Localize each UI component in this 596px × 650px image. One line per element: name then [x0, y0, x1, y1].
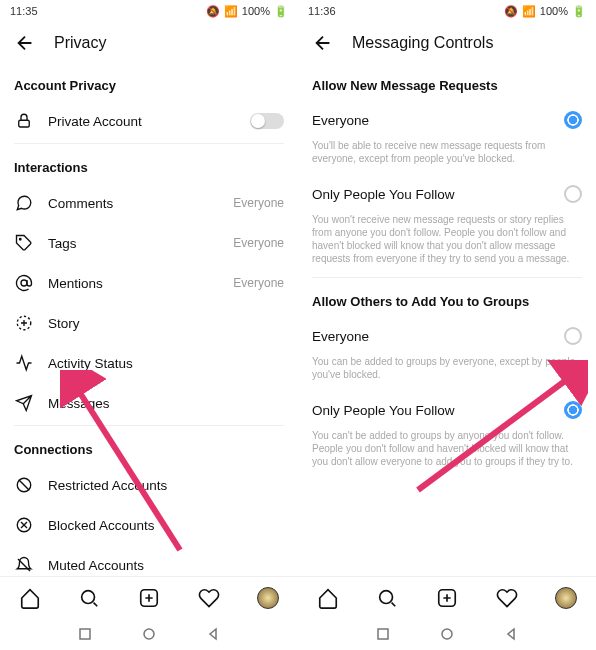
status-time: 11:36 [308, 5, 336, 17]
blocked-icon [14, 515, 34, 535]
mentions-value: Everyone [233, 276, 284, 290]
home-button-icon[interactable] [440, 627, 454, 641]
private-account-row[interactable]: Private Account [14, 101, 284, 141]
messages-label: Messages [48, 396, 284, 411]
section-account-privacy: Account Privacy [14, 64, 284, 101]
home-button-icon[interactable] [142, 627, 156, 641]
wifi-icon: 📶 [522, 5, 536, 18]
battery-text: 100% [242, 5, 270, 17]
messaging-content: Allow New Message Requests Everyone You'… [298, 64, 596, 576]
left-screen: 11:35 🔕 📶 100% 🔋 Privacy Account Privacy… [0, 0, 298, 650]
lock-icon [14, 111, 34, 131]
section-interactions: Interactions [14, 146, 284, 183]
battery-text: 100% [540, 5, 568, 17]
svg-rect-10 [80, 629, 90, 639]
comments-row[interactable]: Comments Everyone [14, 183, 284, 223]
blocked-label: Blocked Accounts [48, 518, 284, 533]
status-indicators: 🔕 📶 100% 🔋 [206, 5, 288, 18]
recent-apps-icon[interactable] [78, 627, 92, 641]
groups-everyone-label: Everyone [312, 329, 550, 344]
privacy-content: Account Privacy Private Account Interact… [0, 64, 298, 576]
search-icon[interactable] [376, 587, 398, 609]
restricted-icon [14, 475, 34, 495]
story-row[interactable]: Story [14, 303, 284, 343]
add-post-icon[interactable] [138, 587, 160, 609]
private-account-toggle[interactable] [250, 113, 284, 129]
status-indicators: 🔕 📶 100% 🔋 [504, 5, 586, 18]
recent-apps-icon[interactable] [376, 627, 390, 641]
heart-icon[interactable] [198, 587, 220, 609]
requests-follow-desc: You won't receive new message requests o… [312, 213, 582, 275]
status-bar: 11:35 🔕 📶 100% 🔋 [0, 0, 298, 22]
search-icon[interactable] [78, 587, 100, 609]
profile-icon[interactable] [257, 587, 279, 609]
add-post-icon[interactable] [436, 587, 458, 609]
section-requests: Allow New Message Requests [312, 64, 582, 101]
svg-point-13 [380, 590, 393, 603]
home-icon[interactable] [19, 587, 41, 609]
back-icon[interactable] [14, 32, 36, 54]
muted-label: Muted Accounts [48, 558, 284, 573]
tags-label: Tags [48, 236, 219, 251]
heart-icon[interactable] [496, 587, 518, 609]
back-icon[interactable] [312, 32, 334, 54]
profile-icon[interactable] [555, 587, 577, 609]
system-nav [0, 618, 298, 650]
tag-icon [14, 233, 34, 253]
radio-unchecked-icon[interactable] [564, 327, 582, 345]
mute-icon: 🔕 [504, 5, 518, 18]
home-icon[interactable] [317, 587, 339, 609]
bottom-nav [0, 576, 298, 618]
svg-point-8 [82, 590, 95, 603]
svg-point-1 [20, 239, 22, 241]
private-account-label: Private Account [48, 114, 236, 129]
battery-icon: 🔋 [274, 5, 288, 18]
restricted-label: Restricted Accounts [48, 478, 284, 493]
mute-icon: 🔕 [206, 5, 220, 18]
svg-point-2 [21, 280, 27, 286]
bottom-nav [298, 576, 596, 618]
groups-everyone-row[interactable]: Everyone [312, 317, 582, 355]
mentions-label: Mentions [48, 276, 219, 291]
messages-row[interactable]: Messages [14, 383, 284, 423]
battery-icon: 🔋 [572, 5, 586, 18]
groups-follow-row[interactable]: Only People You Follow [312, 391, 582, 429]
radio-checked-icon[interactable] [564, 401, 582, 419]
restricted-row[interactable]: Restricted Accounts [14, 465, 284, 505]
section-connections: Connections [14, 428, 284, 465]
radio-checked-icon[interactable] [564, 111, 582, 129]
header: Privacy [0, 22, 298, 64]
svg-rect-15 [378, 629, 388, 639]
requests-follow-row[interactable]: Only People You Follow [312, 175, 582, 213]
send-icon [14, 393, 34, 413]
muted-row[interactable]: Muted Accounts [14, 545, 284, 576]
header-title: Privacy [54, 34, 106, 52]
svg-point-11 [144, 629, 154, 639]
comment-icon [14, 193, 34, 213]
requests-everyone-row[interactable]: Everyone [312, 101, 582, 139]
activity-label: Activity Status [48, 356, 284, 371]
svg-rect-0 [19, 120, 30, 127]
groups-follow-label: Only People You Follow [312, 403, 550, 418]
activity-row[interactable]: Activity Status [14, 343, 284, 383]
header-title: Messaging Controls [352, 34, 493, 52]
groups-follow-desc: You can't be added to groups by anyone y… [312, 429, 582, 478]
comments-label: Comments [48, 196, 219, 211]
activity-icon [14, 353, 34, 373]
back-button-icon[interactable] [504, 627, 518, 641]
mentions-row[interactable]: Mentions Everyone [14, 263, 284, 303]
blocked-row[interactable]: Blocked Accounts [14, 505, 284, 545]
status-time: 11:35 [10, 5, 38, 17]
groups-everyone-desc: You can be added to groups by everyone, … [312, 355, 582, 391]
tags-row[interactable]: Tags Everyone [14, 223, 284, 263]
header: Messaging Controls [298, 22, 596, 64]
radio-unchecked-icon[interactable] [564, 185, 582, 203]
comments-value: Everyone [233, 196, 284, 210]
back-button-icon[interactable] [206, 627, 220, 641]
at-icon [14, 273, 34, 293]
requests-follow-label: Only People You Follow [312, 187, 550, 202]
plus-circle-icon [14, 313, 34, 333]
wifi-icon: 📶 [224, 5, 238, 18]
section-groups: Allow Others to Add You to Groups [312, 280, 582, 317]
status-bar: 11:36 🔕 📶 100% 🔋 [298, 0, 596, 22]
